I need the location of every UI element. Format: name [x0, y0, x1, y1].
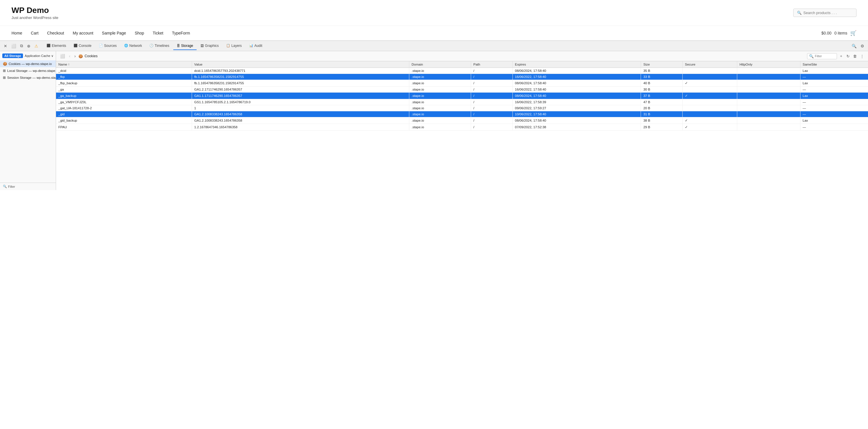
element-picker-button[interactable]: ⊕ [26, 43, 32, 49]
all-storage-badge[interactable]: All Storage [2, 54, 23, 58]
forward-button[interactable]: › [73, 53, 77, 59]
col-expires[interactable]: Expires [513, 61, 641, 68]
table-row[interactable]: _gat_UA-181411728-21.stape.io/09/06/2022… [56, 105, 868, 111]
dock-button[interactable]: ⬜ [10, 43, 18, 49]
devtools-tabs: ⬛ Elements ⬛ Console 📄 Sources 🌐 Network… [43, 42, 849, 50]
warning-button[interactable]: ⚠ [33, 43, 40, 49]
table-row[interactable]: _fbp_backupfb.1.1654786358231.1582914755… [56, 80, 868, 87]
cookie-name: _fbp_backup [56, 80, 192, 87]
tab-graphics-label: Graphics [205, 44, 219, 48]
nav-link-checkout[interactable]: Checkout [47, 31, 64, 35]
col-name[interactable]: Name ↑ [56, 61, 192, 68]
search-box[interactable]: 🔍 [793, 9, 857, 17]
audit-tab-icon: 📊 [249, 44, 253, 48]
sidebar-toggle-button[interactable]: ⬜ [59, 53, 66, 59]
search-button[interactable]: 🔍 [850, 43, 858, 49]
col-samesite[interactable]: SameSite [800, 61, 868, 68]
cookie-domain: .stape.io [409, 87, 471, 93]
cart-icon[interactable]: 🛒 [850, 30, 857, 36]
nav-item-samplepage[interactable]: Sample Page [102, 31, 126, 35]
graphics-tab-icon: 🖼 [200, 44, 204, 48]
tab-console-label: Console [79, 44, 91, 48]
sidebar-filter[interactable]: 🔍 Filter [0, 183, 56, 190]
sidebar-item-session-storage[interactable]: ⊞ Session Storage — wp-demo.stape.io [0, 74, 56, 81]
table-row[interactable]: _ga_backupGA1.1.1711746290.1654786357.st… [56, 93, 868, 99]
nav-item-ticket[interactable]: Ticket [153, 31, 163, 35]
col-size[interactable]: Size [641, 61, 683, 68]
nav-item-cart[interactable]: Cart [31, 31, 38, 35]
table-row[interactable]: _dciddcid.1.1654786357793.202438771.stap… [56, 68, 868, 74]
close-devtools-button[interactable]: ✕ [2, 43, 9, 49]
cookie-value: GA1.2.1008338243.1654786358 [192, 117, 409, 124]
table-row[interactable]: FPAU1.2.1678647346.1654786358.stape.io/0… [56, 124, 868, 130]
nav-item-checkout[interactable]: Checkout [47, 31, 64, 35]
tab-network[interactable]: 🌐 Network [121, 42, 146, 50]
back-button[interactable]: ‹ [68, 53, 71, 59]
nav-link-myaccount[interactable]: My account [73, 31, 93, 35]
cookies-tbody: _dciddcid.1.1654786357793.202438771.stap… [56, 68, 868, 130]
tab-graphics[interactable]: 🖼 Graphics [197, 42, 222, 50]
nav-link-cart[interactable]: Cart [31, 31, 38, 35]
table-row[interactable]: _gaGA1.2.1711746290.1654786357.stape.io/… [56, 87, 868, 93]
nav-link-samplepage[interactable]: Sample Page [102, 31, 126, 35]
delete-button[interactable]: 🗑 [852, 54, 858, 59]
cookie-path: / [471, 124, 513, 130]
settings-button[interactable]: ⚙ [859, 43, 866, 49]
nav-link-home[interactable]: Home [11, 31, 22, 35]
table-row[interactable]: _gid_backupGA1.2.1008338243.1654786358.s… [56, 117, 868, 124]
more-options-button[interactable]: ⋮ [859, 54, 865, 59]
col-value[interactable]: Value [192, 61, 409, 68]
table-row[interactable]: _fbpfb.1.1654786358231.1582914755.stape.… [56, 74, 868, 80]
sidebar-top: All Storage Application Cache ∨ [0, 51, 56, 60]
col-path[interactable]: Path [471, 61, 513, 68]
devtools-sidebar: All Storage Application Cache ∨ 🍪 Cookie… [0, 51, 56, 190]
nav-item-shop[interactable]: Shop [135, 31, 144, 35]
col-secure[interactable]: Secure [683, 61, 737, 68]
cart-items-count: 0 items [834, 31, 847, 35]
table-row[interactable]: _gidGA1.2.1008338243.1654786358.stape.io… [56, 111, 868, 117]
tab-sources[interactable]: 📄 Sources [95, 42, 120, 50]
cookie-value: fb.1.1654786358231.1582914755 [192, 74, 409, 80]
nav-link-shop[interactable]: Shop [135, 31, 144, 35]
tab-audit-label: Audit [254, 44, 262, 48]
cookie-size: 35 B [641, 68, 683, 74]
site-nav: Home Cart Checkout My account Sample Pag… [0, 26, 868, 40]
tab-elements[interactable]: ⬛ Elements [43, 42, 69, 50]
col-httponly[interactable]: HttpOnly [737, 61, 801, 68]
search-input[interactable] [803, 11, 853, 15]
nav-item-home[interactable]: Home [11, 31, 22, 35]
tab-audit[interactable]: 📊 Audit [246, 42, 266, 50]
cookie-httponly [737, 74, 801, 80]
cookie-path: / [471, 99, 513, 105]
site-title-block: WP Demo Just another WordPress site [11, 6, 58, 20]
tab-network-label: Network [129, 44, 142, 48]
tab-storage[interactable]: 🗄 Storage [173, 42, 196, 50]
cookies-filter-input[interactable] [815, 54, 835, 58]
cookie-name: _fbp [56, 74, 192, 80]
tab-timelines[interactable]: 🕐 Timelines [146, 42, 173, 50]
application-cache-badge[interactable]: Application Cache ∨ [25, 54, 54, 58]
tab-layers[interactable]: 📋 Layers [223, 42, 245, 50]
cookie-name: _gat_UA-181411728-2 [56, 105, 192, 111]
sidebar-item-local-storage[interactable]: ⊞ Local Storage — wp-demo.stape.io [0, 67, 56, 74]
nav-item-typeform[interactable]: TypeForm [172, 31, 190, 35]
cookie-value: fb.1.1654786358231.1582914755 [192, 80, 409, 87]
cookie-expires: 07/09/2022, 17:52:38 [513, 124, 641, 130]
detach-button[interactable]: ⧉ [19, 42, 25, 49]
sidebar-item-cookies[interactable]: 🍪 Cookies — wp-demo.stape.io [0, 60, 56, 67]
cookies-table-wrap: Name ↑ Value Domain Path Expires Size Se… [56, 61, 868, 190]
cookie-secure [683, 99, 737, 105]
table-row[interactable]: _ga_VM9YCFJZ0LGS1.1.1654785105.2.1.16547… [56, 99, 868, 105]
add-cookie-button[interactable]: ＋ [838, 53, 844, 59]
cookies-title: 🍪 Cookies [79, 54, 97, 58]
col-domain[interactable]: Domain [409, 61, 471, 68]
storage-tab-icon: 🗄 [177, 44, 180, 48]
cookie-httponly [737, 99, 801, 105]
nav-item-myaccount[interactable]: My account [73, 31, 93, 35]
cookie-domain: .stape.io [409, 117, 471, 124]
tab-console[interactable]: ⬛ Console [70, 42, 95, 50]
nav-link-ticket[interactable]: Ticket [153, 31, 163, 35]
refresh-button[interactable]: ↻ [845, 54, 851, 59]
nav-link-typeform[interactable]: TypeForm [172, 31, 190, 35]
timelines-tab-icon: 🕐 [150, 44, 153, 48]
